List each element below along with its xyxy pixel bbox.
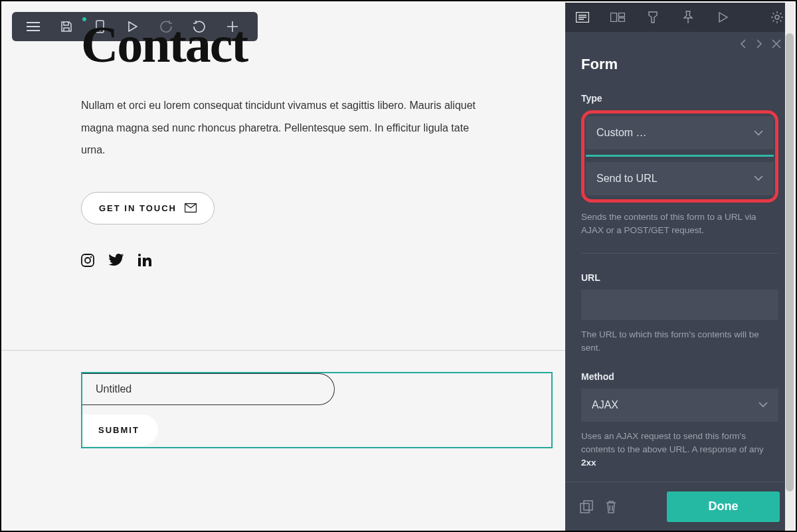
type-select-custom[interactable]: Custom … — [586, 116, 774, 149]
canvas: Contact Nullam et orci eu lorem consequa… — [1, 1, 567, 531]
tab-style-icon[interactable] — [645, 3, 662, 32]
svg-point-5 — [90, 256, 92, 258]
save-button[interactable] — [52, 12, 81, 41]
panel-body: Form Type Custom … Send to URL Sends the… — [565, 56, 794, 482]
tab-actions-icon[interactable] — [715, 3, 731, 32]
url-input[interactable] — [581, 290, 778, 320]
svg-rect-11 — [619, 18, 625, 22]
page-content: Contact Nullam et orci eu lorem consequa… — [81, 15, 486, 267]
chevron-down-icon — [758, 402, 768, 408]
social-icons — [81, 254, 486, 267]
get-in-touch-button[interactable]: GET IN TOUCH — [81, 192, 215, 224]
scrollbar-thumb[interactable] — [786, 33, 794, 491]
linkedin-icon[interactable] — [138, 254, 151, 267]
menu-button[interactable] — [19, 12, 48, 41]
type-select-value: Send to URL — [596, 173, 658, 185]
duplicate-icon[interactable] — [580, 500, 593, 513]
type-help-text: Sends the contents of this form to a URL… — [581, 211, 778, 238]
inspector-panel: Form Type Custom … Send to URL Sends the… — [565, 3, 794, 531]
method-select-value: AJAX — [592, 399, 618, 411]
chevron-down-icon — [754, 130, 763, 136]
trash-icon[interactable] — [605, 500, 617, 513]
tutorial-highlight: Custom … Send to URL — [581, 110, 778, 203]
svg-rect-13 — [580, 503, 589, 513]
tab-content-icon[interactable] — [575, 3, 591, 32]
svg-rect-14 — [584, 501, 592, 510]
form-field-untitled[interactable]: Untitled — [82, 373, 335, 405]
type-label: Type — [581, 93, 778, 104]
type-select-value: Custom … — [596, 127, 647, 139]
chevron-down-icon — [754, 175, 763, 181]
form-element-selected[interactable]: Untitled SUBMIT — [81, 372, 553, 448]
panel-back-icon[interactable] — [740, 39, 747, 48]
panel-forward-icon[interactable] — [756, 39, 762, 48]
url-help-text: The URL to which this form's contents wi… — [581, 328, 778, 355]
tab-layout-icon[interactable] — [610, 3, 626, 32]
envelope-icon — [185, 203, 197, 213]
section-divider — [1, 350, 567, 351]
done-button[interactable]: Done — [667, 491, 780, 522]
panel-nav — [565, 32, 794, 56]
url-label: URL — [581, 272, 778, 283]
svg-point-4 — [85, 258, 90, 263]
svg-rect-9 — [611, 13, 617, 22]
panel-close-icon[interactable] — [772, 39, 781, 48]
cta-label: GET IN TOUCH — [99, 203, 177, 213]
method-help-text: Uses an AJAX request to send this form's… — [581, 430, 778, 470]
method-label: Method — [581, 371, 778, 382]
svg-rect-3 — [82, 254, 94, 266]
instagram-icon[interactable] — [81, 254, 94, 267]
page-heading: Contact — [81, 15, 486, 74]
scrollbar[interactable] — [785, 3, 794, 531]
tab-settings-icon[interactable] — [768, 3, 785, 32]
svg-rect-6 — [138, 258, 141, 266]
tab-pin-icon[interactable] — [679, 3, 696, 32]
page-paragraph: Nullam et orci eu lorem consequat tincid… — [81, 94, 486, 161]
form-submit-button[interactable]: SUBMIT — [82, 414, 158, 446]
field-divider — [581, 253, 778, 254]
svg-rect-10 — [619, 13, 625, 17]
select-separator — [586, 155, 774, 157]
panel-footer: Done — [565, 482, 794, 531]
svg-point-12 — [775, 15, 779, 19]
svg-point-7 — [138, 254, 141, 256]
twitter-icon[interactable] — [109, 254, 124, 267]
type-select-sendtourl[interactable]: Send to URL — [586, 162, 774, 195]
panel-title: Form — [581, 56, 778, 73]
method-select[interactable]: AJAX — [581, 389, 778, 422]
inspector-tabs — [565, 3, 794, 32]
